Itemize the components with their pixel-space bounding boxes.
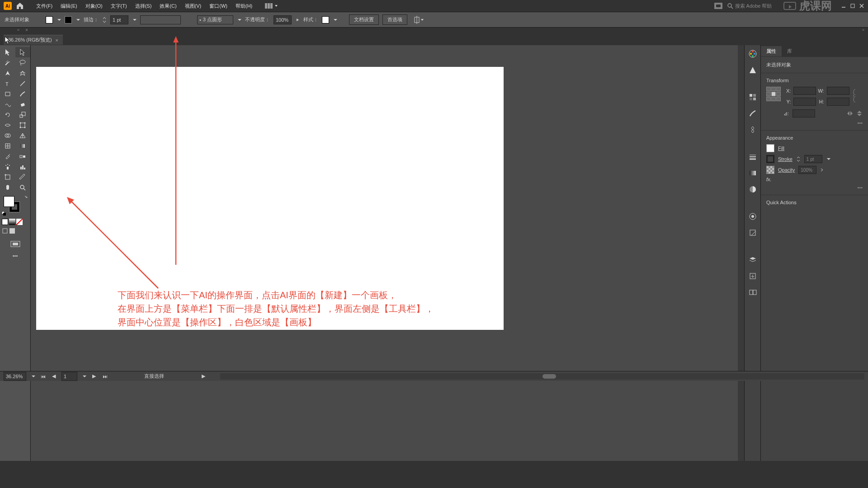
opacity-arrow-icon[interactable] xyxy=(295,18,300,22)
align-options-icon[interactable] xyxy=(414,16,425,24)
stroke-weight-dropdown-icon[interactable] xyxy=(133,19,137,21)
appearance-opacity-swatch[interactable] xyxy=(766,166,774,174)
appearance-more-icon[interactable]: ••• xyxy=(766,185,863,190)
tool-direct-selection[interactable] xyxy=(15,47,31,57)
tool-symbol-sprayer[interactable] xyxy=(0,161,15,172)
default-colors-icon[interactable] xyxy=(2,211,6,216)
tool-hand[interactable] xyxy=(0,182,15,192)
fill-color[interactable] xyxy=(4,196,14,207)
menu-type[interactable]: 文字(T) xyxy=(107,1,131,11)
tool-artboard[interactable] xyxy=(0,172,15,182)
brush-dropdown-icon[interactable] xyxy=(238,19,241,21)
vertical-scrollbar[interactable] xyxy=(738,45,744,461)
screen-mode-full[interactable] xyxy=(9,228,15,234)
home-icon[interactable] xyxy=(15,1,24,10)
draw-mode[interactable] xyxy=(0,239,30,249)
tool-magic-wand[interactable] xyxy=(0,57,15,68)
color-mode-gradient[interactable] xyxy=(9,219,15,225)
tool-slice[interactable] xyxy=(15,172,31,182)
tool-blend[interactable] xyxy=(15,151,31,161)
status-play-icon[interactable]: ▶ xyxy=(200,373,207,380)
stroke-stepper-icon[interactable] xyxy=(102,16,107,24)
tool-curvature[interactable] xyxy=(15,68,31,78)
tool-eraser[interactable] xyxy=(15,99,31,109)
menu-file[interactable]: 文件(F) xyxy=(33,1,56,11)
appearance-fill-swatch[interactable] xyxy=(766,144,774,152)
tool-rotate[interactable] xyxy=(0,109,15,120)
dock-asset-export-icon[interactable] xyxy=(748,271,758,281)
dock-appearance-icon[interactable] xyxy=(748,211,758,221)
maximize-icon[interactable] xyxy=(850,3,855,9)
tool-zoom[interactable] xyxy=(15,182,31,192)
zoom-input[interactable] xyxy=(4,372,26,381)
tool-shape-builder[interactable] xyxy=(0,130,15,141)
prev-artboard-icon[interactable]: ◀ xyxy=(51,373,57,380)
transform-more-icon[interactable]: ••• xyxy=(766,120,863,126)
fx-label[interactable]: fx. xyxy=(766,177,863,182)
screen-mode-normal[interactable] xyxy=(2,228,8,234)
dock-stroke-icon[interactable] xyxy=(748,152,758,162)
swap-colors-icon[interactable] xyxy=(24,195,28,200)
menu-effect[interactable]: 效果(C) xyxy=(156,1,180,11)
opacity-input[interactable] xyxy=(274,15,292,24)
x-input[interactable] xyxy=(793,87,816,95)
artboard-number-input[interactable] xyxy=(61,372,77,381)
h-input[interactable] xyxy=(827,98,849,106)
menu-object[interactable]: 对象(O) xyxy=(82,1,106,11)
style-swatch[interactable] xyxy=(322,16,329,23)
tool-perspective[interactable] xyxy=(15,130,31,141)
dock-graphic-styles-icon[interactable] xyxy=(748,228,758,238)
dock-color-icon[interactable] xyxy=(748,49,758,59)
workspace-switcher-icon[interactable] xyxy=(265,2,278,9)
canvas-area[interactable]: 下面我们来认识一下AI的操作界面，点击AI界面的【新建】一个画板， 在界面上方是… xyxy=(31,45,744,461)
stroke-panel-dropdown-icon[interactable] xyxy=(827,158,830,160)
color-picker[interactable] xyxy=(0,194,30,217)
last-artboard-icon[interactable]: ⏭ xyxy=(102,373,108,380)
first-artboard-icon[interactable]: ⏮ xyxy=(40,373,46,380)
tool-rectangle[interactable] xyxy=(0,89,15,99)
tool-eyedropper[interactable] xyxy=(0,151,15,161)
stroke-stepper-panel-icon[interactable] xyxy=(796,155,801,163)
stroke-weight-panel-input[interactable] xyxy=(804,155,822,163)
tab-close-icon[interactable]: × xyxy=(56,38,58,43)
horizontal-scrollbar[interactable] xyxy=(220,373,864,380)
arrange-docs-icon[interactable] xyxy=(714,3,722,9)
menu-view[interactable]: 视图(V) xyxy=(181,1,205,11)
tab-properties[interactable]: 属性 xyxy=(761,46,782,56)
zoom-dropdown-icon[interactable] xyxy=(32,375,35,377)
menu-select[interactable]: 选择(S) xyxy=(132,1,156,11)
tab-library[interactable]: 库 xyxy=(782,46,797,56)
fill-dropdown-icon[interactable] xyxy=(57,19,61,21)
stroke-dropdown-icon[interactable] xyxy=(76,19,80,21)
stroke-swatch[interactable] xyxy=(65,16,72,23)
tool-column-graph[interactable] xyxy=(15,161,31,172)
angle-input[interactable] xyxy=(793,109,815,117)
dock-artboards-icon[interactable] xyxy=(748,287,758,297)
dock-swatches-icon[interactable] xyxy=(748,92,758,102)
artboard-dropdown-icon[interactable] xyxy=(83,375,86,377)
tool-shaper[interactable] xyxy=(0,99,15,109)
dock-gradient-icon[interactable] xyxy=(748,168,758,178)
brush-definition[interactable]: • 3 点圆形 xyxy=(197,15,233,24)
y-input[interactable] xyxy=(793,98,816,106)
dock-brushes-icon[interactable] xyxy=(748,108,758,118)
dock-symbols-icon[interactable] xyxy=(748,125,758,135)
artboard[interactable]: 下面我们来认识一下AI的操作界面，点击AI界面的【新建】一个画板， 在界面上方是… xyxy=(36,67,504,330)
tool-paintbrush[interactable] xyxy=(15,89,31,99)
link-wh-icon[interactable] xyxy=(852,87,859,105)
dock-color-guide-icon[interactable] xyxy=(748,65,758,75)
style-dropdown-icon[interactable] xyxy=(334,19,337,21)
tool-selection[interactable] xyxy=(0,47,15,57)
menu-help[interactable]: 帮助(H) xyxy=(232,1,256,11)
tool-pen[interactable] xyxy=(0,68,15,78)
tool-width[interactable] xyxy=(0,120,15,130)
tool-lasso[interactable] xyxy=(15,57,31,68)
opacity-panel-arrow-icon[interactable] xyxy=(820,168,824,172)
appearance-stroke-swatch[interactable] xyxy=(766,155,774,163)
var-width-profile[interactable] xyxy=(140,15,181,24)
menu-edit[interactable]: 编辑(E) xyxy=(57,1,81,11)
opacity-panel-input[interactable] xyxy=(798,166,816,174)
tool-mesh[interactable] xyxy=(0,141,15,151)
right-collapse-arrow[interactable]: » xyxy=(862,28,864,32)
w-input[interactable] xyxy=(827,87,849,95)
